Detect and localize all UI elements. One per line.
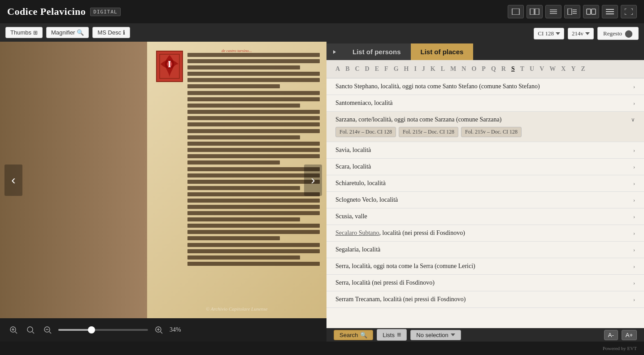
list-item[interactable]: Serra, località, oggi nota come la Serra…: [326, 258, 644, 275]
alpha-letter-N[interactable]: N: [460, 65, 468, 74]
list-item[interactable]: Scara, località›: [326, 159, 644, 175]
alpha-letter-Q[interactable]: Q: [489, 65, 498, 74]
tab-persons[interactable]: List of persons: [343, 43, 411, 60]
folio-tag[interactable]: Fol. 215r – Doc. CI 128: [399, 127, 458, 137]
zoom-in-button[interactable]: [7, 324, 20, 336]
top-bar: Codice Pelavicino DIGITAL: [0, 0, 644, 23]
grid-icon: ⊞: [33, 30, 38, 36]
list-item[interactable]: Sancto Stephano, località, oggi nota com…: [326, 78, 644, 95]
no-selection-label: No selection: [416, 332, 448, 338]
svg-text:I: I: [168, 59, 171, 69]
ci-label: CI 128: [538, 30, 554, 37]
alpha-letter-T[interactable]: T: [518, 65, 526, 74]
alpha-letter-C[interactable]: C: [353, 65, 361, 74]
search-button[interactable]: Search 🔍: [334, 330, 373, 340]
alpha-letter-B[interactable]: B: [344, 65, 351, 74]
alpha-letter-A[interactable]: A: [334, 65, 342, 74]
font-increase-button[interactable]: A+: [622, 330, 637, 340]
mixed-view-button[interactable]: [564, 5, 580, 18]
list-item[interactable]: Schiaretulo, località›: [326, 175, 644, 192]
alpha-letter-Z[interactable]: Z: [579, 65, 587, 74]
list-item[interactable]: Santomeniaco, località›: [326, 95, 644, 112]
font-decrease-button[interactable]: A-: [604, 330, 618, 340]
fullscreen-button[interactable]: [621, 5, 637, 18]
lists-button[interactable]: Lists ≡: [377, 329, 407, 341]
list-item[interactable]: Segalaria, località›: [326, 242, 644, 258]
alpha-letter-M[interactable]: M: [448, 65, 458, 74]
list-item[interactable]: Secalaro Subtano, località (nei pressi d…: [326, 225, 644, 242]
page-spread: de castro tarsino... I: [0, 42, 326, 318]
thumbs-button[interactable]: Thumbs ⊞: [5, 27, 43, 38]
list-item[interactable]: Serra, località (nei pressi di Fosdinovo…: [326, 275, 644, 291]
tab-places[interactable]: List of places: [411, 43, 474, 60]
alpha-letter-L[interactable]: L: [439, 65, 447, 74]
list-item[interactable]: Serram Trecanam, località (nei pressi di…: [326, 291, 644, 308]
viewer-panel: Thumbs ⊞ Magnifier 🔍 MS Desc ℹ ‹ ›: [0, 23, 326, 342]
alpha-letter-H[interactable]: H: [402, 65, 411, 74]
alpha-letter-X[interactable]: X: [559, 65, 567, 74]
list-item[interactable]: Sclogneto Veclo, località›: [326, 192, 644, 208]
list-content[interactable]: Sancto Stephano, località, oggi nota com…: [326, 78, 644, 328]
list-item-arrow-icon: ›: [633, 263, 635, 270]
list-item-arrow-icon: ›: [633, 296, 635, 303]
folio-tag[interactable]: Fol. 215v – Doc. CI 128: [461, 127, 522, 137]
alpha-letter-K[interactable]: K: [429, 65, 437, 74]
no-selection-button[interactable]: No selection: [410, 330, 461, 340]
manuscript-area[interactable]: ‹ › de castro tarsino...: [0, 42, 326, 318]
alpha-letter-R[interactable]: R: [500, 65, 508, 74]
alpha-letter-W[interactable]: W: [548, 65, 557, 74]
regesto-button[interactable]: Regesto ⬤: [597, 27, 639, 40]
zoom-in-plus-button[interactable]: [152, 324, 165, 336]
list-tabs: List of persons List of places: [326, 43, 644, 60]
svg-line-27: [49, 332, 51, 333]
status-bar: Search 🔍 Lists ≡ No selection A- A+: [326, 328, 644, 342]
list-item-arrow-icon: ›: [633, 197, 635, 203]
svg-line-31: [161, 332, 162, 333]
list-item[interactable]: Savia, località›: [326, 142, 644, 159]
zoom-fit-button[interactable]: [24, 324, 37, 336]
list-item-link[interactable]: Secalaro Subtano: [335, 229, 379, 236]
app-title-group: Codice Pelavicino DIGITAL: [7, 6, 121, 17]
text-view-button[interactable]: [545, 5, 561, 18]
alpha-letter-U[interactable]: U: [528, 65, 536, 74]
alpha-letter-F[interactable]: F: [383, 65, 390, 74]
alpha-letter-P[interactable]: P: [480, 65, 487, 74]
menu-button[interactable]: [602, 5, 618, 18]
alpha-letter-S[interactable]: S: [509, 65, 517, 74]
list-item-arrow-icon: ›: [633, 230, 635, 237]
manuscript-text: [187, 48, 320, 312]
zoom-slider-thumb[interactable]: [88, 326, 95, 333]
folio-label: 214v: [572, 30, 583, 37]
ms-desc-button[interactable]: MS Desc ℹ: [92, 27, 130, 38]
font-decrease-label: A-: [608, 332, 614, 338]
prev-page-button[interactable]: ‹: [4, 165, 22, 196]
book-view-button[interactable]: [583, 5, 599, 18]
thumbs-label: Thumbs: [10, 29, 31, 36]
list-item[interactable]: Scusia, valle›: [326, 208, 644, 225]
folio-tag[interactable]: Fol. 214v – Doc. CI 128: [335, 127, 396, 137]
decorative-initial: I: [156, 51, 183, 82]
single-page-button[interactable]: [508, 5, 524, 18]
alpha-letter-D[interactable]: D: [363, 65, 371, 74]
alpha-letter-O[interactable]: O: [470, 65, 478, 74]
alpha-letter-V[interactable]: V: [538, 65, 546, 74]
ci-selector[interactable]: CI 128: [534, 28, 564, 39]
zoom-out-button[interactable]: [41, 324, 54, 336]
alpha-letter-J[interactable]: J: [420, 65, 427, 74]
folio-selector[interactable]: 214v: [568, 28, 594, 39]
zoom-slider[interactable]: [58, 329, 148, 331]
alpha-letter-E[interactable]: E: [373, 65, 381, 74]
magnifier-button[interactable]: Magnifier 🔍: [46, 27, 89, 38]
next-page-button[interactable]: ›: [304, 165, 322, 196]
alpha-letter-G[interactable]: G: [392, 65, 400, 74]
search-icon: 🔍: [360, 332, 367, 338]
list-item[interactable]: Sarzana, corte/località, oggi nota come …: [326, 112, 644, 142]
alpha-letter-I[interactable]: I: [412, 65, 418, 74]
two-page-button[interactable]: [527, 5, 543, 18]
list-panel: List of persons List of places ABCDEFGHI…: [326, 43, 644, 328]
alpha-letter-Y[interactable]: Y: [569, 65, 577, 74]
collapse-button[interactable]: [326, 43, 343, 60]
info-icon: ℹ: [123, 29, 125, 36]
svg-rect-6: [568, 9, 572, 15]
svg-rect-2: [535, 9, 539, 15]
